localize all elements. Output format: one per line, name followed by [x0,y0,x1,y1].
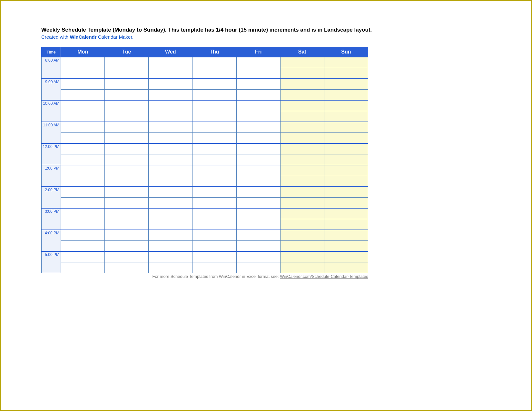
schedule-cell[interactable] [61,208,105,219]
schedule-cell[interactable] [192,176,236,187]
schedule-cell[interactable] [149,111,192,122]
schedule-cell[interactable] [324,251,368,262]
schedule-cell[interactable] [61,111,105,122]
schedule-cell[interactable] [105,154,149,165]
schedule-cell[interactable] [324,100,368,111]
schedule-cell[interactable] [149,262,192,273]
schedule-cell[interactable] [149,230,192,241]
schedule-cell[interactable] [149,187,192,198]
schedule-cell[interactable] [236,143,280,154]
schedule-cell[interactable] [236,68,280,79]
schedule-cell[interactable] [236,230,280,241]
schedule-cell[interactable] [280,57,324,68]
schedule-cell[interactable] [280,165,324,176]
schedule-cell[interactable] [61,122,105,133]
schedule-cell[interactable] [324,79,368,90]
schedule-cell[interactable] [236,79,280,90]
schedule-cell[interactable] [192,79,236,90]
schedule-cell[interactable] [61,133,105,144]
schedule-cell[interactable] [192,111,236,122]
maker-link[interactable]: Created with WinCalendr Calendar Maker. [41,34,133,40]
schedule-cell[interactable] [236,187,280,198]
schedule-cell[interactable] [324,68,368,79]
schedule-cell[interactable] [280,111,324,122]
schedule-cell[interactable] [192,230,236,241]
schedule-cell[interactable] [192,133,236,144]
schedule-cell[interactable] [149,79,192,90]
schedule-cell[interactable] [192,262,236,273]
schedule-cell[interactable] [324,219,368,230]
schedule-cell[interactable] [236,122,280,133]
schedule-cell[interactable] [105,57,149,68]
schedule-cell[interactable] [105,251,149,262]
schedule-cell[interactable] [236,241,280,252]
schedule-cell[interactable] [280,122,324,133]
schedule-cell[interactable] [324,230,368,241]
schedule-cell[interactable] [324,122,368,133]
schedule-cell[interactable] [105,262,149,273]
schedule-cell[interactable] [149,122,192,133]
schedule-cell[interactable] [280,208,324,219]
schedule-cell[interactable] [192,100,236,111]
schedule-cell[interactable] [236,219,280,230]
schedule-cell[interactable] [280,251,324,262]
schedule-cell[interactable] [105,90,149,101]
schedule-cell[interactable] [105,230,149,241]
schedule-cell[interactable] [149,219,192,230]
schedule-cell[interactable] [324,198,368,209]
schedule-cell[interactable] [280,176,324,187]
schedule-cell[interactable] [280,262,324,273]
schedule-cell[interactable] [61,154,105,165]
schedule-cell[interactable] [149,57,192,68]
schedule-cell[interactable] [149,143,192,154]
schedule-cell[interactable] [324,176,368,187]
schedule-cell[interactable] [236,133,280,144]
footer-link[interactable]: WinCalendr.com/Schedule-Calendar-Templat… [280,274,368,279]
schedule-cell[interactable] [324,90,368,101]
schedule-cell[interactable] [324,154,368,165]
schedule-cell[interactable] [192,241,236,252]
schedule-cell[interactable] [236,154,280,165]
schedule-cell[interactable] [324,262,368,273]
schedule-cell[interactable] [324,187,368,198]
schedule-cell[interactable] [280,198,324,209]
schedule-cell[interactable] [61,57,105,68]
schedule-cell[interactable] [105,79,149,90]
schedule-cell[interactable] [61,90,105,101]
schedule-cell[interactable] [236,57,280,68]
schedule-cell[interactable] [105,219,149,230]
schedule-cell[interactable] [105,176,149,187]
schedule-cell[interactable] [105,208,149,219]
schedule-cell[interactable] [192,165,236,176]
schedule-cell[interactable] [61,219,105,230]
schedule-cell[interactable] [280,241,324,252]
schedule-cell[interactable] [105,143,149,154]
schedule-cell[interactable] [61,176,105,187]
schedule-cell[interactable] [192,143,236,154]
schedule-cell[interactable] [236,208,280,219]
schedule-cell[interactable] [61,143,105,154]
schedule-cell[interactable] [105,133,149,144]
schedule-cell[interactable] [236,100,280,111]
schedule-cell[interactable] [236,251,280,262]
schedule-cell[interactable] [236,262,280,273]
schedule-cell[interactable] [324,241,368,252]
schedule-cell[interactable] [192,187,236,198]
schedule-cell[interactable] [105,187,149,198]
schedule-cell[interactable] [324,165,368,176]
schedule-cell[interactable] [280,90,324,101]
schedule-cell[interactable] [105,111,149,122]
schedule-cell[interactable] [61,198,105,209]
schedule-cell[interactable] [61,230,105,241]
schedule-cell[interactable] [192,198,236,209]
schedule-cell[interactable] [192,122,236,133]
schedule-cell[interactable] [192,251,236,262]
schedule-cell[interactable] [149,154,192,165]
schedule-cell[interactable] [149,100,192,111]
schedule-cell[interactable] [61,68,105,79]
schedule-cell[interactable] [105,68,149,79]
schedule-cell[interactable] [236,165,280,176]
schedule-cell[interactable] [280,154,324,165]
schedule-cell[interactable] [192,219,236,230]
schedule-cell[interactable] [61,165,105,176]
